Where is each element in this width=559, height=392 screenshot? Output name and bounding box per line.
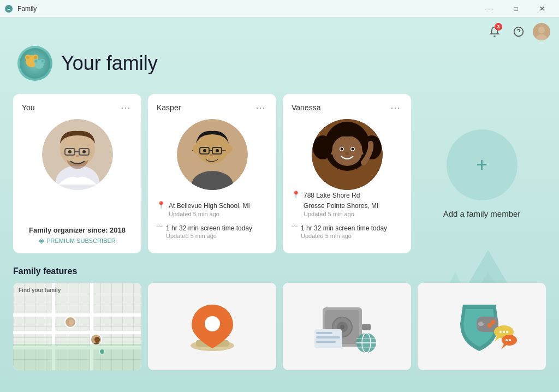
you-card: You ⋯ xyxy=(13,94,141,253)
maximize-button[interactable]: □ xyxy=(503,0,528,17)
diamond-icon: ◈ xyxy=(39,236,44,245)
svg-point-70 xyxy=(340,325,344,329)
protection-illustration xyxy=(447,294,518,359)
kasper-screen-updated: Updated 5 min ago xyxy=(166,233,252,239)
app-icon: F xyxy=(4,4,13,13)
svg-point-98 xyxy=(509,339,511,341)
feature-card-protection[interactable] xyxy=(418,283,546,370)
vanessa-screen-value: 1 hr 32 min screen time today xyxy=(301,224,387,232)
kasper-location-text: At Bellevue High School, MI Updated 5 mi… xyxy=(169,200,250,217)
vanessa-avatar xyxy=(312,119,383,190)
feature-card-location[interactable] xyxy=(148,283,276,370)
kasper-card-menu-button[interactable]: ⋯ xyxy=(253,103,267,112)
family-logo xyxy=(17,46,52,81)
svg-point-95 xyxy=(503,331,505,333)
svg-rect-89 xyxy=(479,322,483,326)
kasper-screen-text: 1 hr 32 min screen time today Updated 5 … xyxy=(166,223,252,240)
kasper-card-name: Kasper xyxy=(157,103,181,112)
you-card-info: Family organizer since: 2018 ◈ PREMIUM S… xyxy=(22,226,133,245)
titlebar-controls: — □ ✕ xyxy=(477,0,555,17)
kasper-card: Kasper ⋯ xyxy=(148,94,276,253)
kasper-location-updated: Updated 5 min ago xyxy=(169,211,250,217)
feature-safe-display xyxy=(283,283,411,370)
svg-point-59 xyxy=(69,319,74,325)
member-cards: You ⋯ xyxy=(0,94,559,253)
kasper-card-info: 📍 At Bellevue High School, MI Updated 5 … xyxy=(157,200,267,245)
user-avatar-button[interactable] xyxy=(533,23,550,40)
help-button[interactable] xyxy=(509,22,528,41)
svg-point-57 xyxy=(313,135,332,159)
vanessa-location: 📍 788 Lake Shore Rd Grosse Pointe Shores… xyxy=(292,190,402,217)
vanessa-card-name: Vanessa xyxy=(292,103,320,112)
vanessa-screen-time: 〰 1 hr 32 min screen time today Updated … xyxy=(292,223,402,240)
svg-point-65 xyxy=(205,316,220,331)
app-container: 3 xyxy=(0,17,559,392)
vanessa-screen-updated: Updated 5 min ago xyxy=(301,233,387,239)
svg-point-86 xyxy=(491,320,495,324)
svg-point-53 xyxy=(351,148,354,151)
vanessa-screen-time-icon: 〰 xyxy=(292,223,298,230)
vanessa-location-updated: Updated 5 min ago xyxy=(304,211,378,217)
kasper-screen-time: 〰 1 hr 32 min screen time today Updated … xyxy=(157,223,267,240)
app-title: Family xyxy=(17,5,37,13)
user-avatar-icon xyxy=(533,23,550,40)
svg-point-11 xyxy=(538,27,545,33)
add-member-label: Add a family member xyxy=(443,209,521,218)
location-feature-illustration xyxy=(180,294,245,359)
safe-browsing-illustration xyxy=(312,296,383,357)
svg-point-23 xyxy=(41,60,44,63)
feature-card-map[interactable]: Find your family xyxy=(13,283,141,370)
svg-point-94 xyxy=(499,331,502,333)
feature-card-safe-browsing[interactable] xyxy=(283,283,411,370)
svg-point-22 xyxy=(35,60,38,63)
kasper-location: 📍 At Bellevue High School, MI Updated 5 … xyxy=(157,200,267,217)
you-card-header: You ⋯ xyxy=(22,103,133,112)
add-member-circle-button[interactable]: + xyxy=(447,129,518,200)
svg-point-30 xyxy=(68,150,72,153)
svg-text:F: F xyxy=(7,7,10,12)
vanessa-card-header: Vanessa ⋯ xyxy=(292,103,402,112)
vanessa-screen-text: 1 hr 32 min screen time today Updated 5 … xyxy=(301,223,387,240)
vanessa-location-text: 788 Lake Shore Rd Grosse Pointe Shores, … xyxy=(304,190,378,217)
svg-point-45 xyxy=(225,145,232,153)
vanessa-card: Vanessa ⋯ xyxy=(283,94,411,253)
svg-rect-78 xyxy=(316,336,340,338)
location-pin-icon: 📍 xyxy=(157,201,165,209)
you-card-name: You xyxy=(22,103,35,112)
notification-badge: 3 xyxy=(495,23,502,31)
you-card-menu-button[interactable]: ⋯ xyxy=(118,103,133,112)
close-button[interactable]: ✕ xyxy=(530,0,555,17)
feature-map-display: Find your family xyxy=(13,283,141,370)
svg-point-44 xyxy=(193,145,199,153)
svg-rect-75 xyxy=(362,324,371,330)
kasper-avatar xyxy=(177,119,248,190)
add-member-card[interactable]: + Add a family member xyxy=(418,94,546,253)
feature-protection-display xyxy=(418,283,546,370)
topbar-actions: 3 xyxy=(485,22,550,41)
map-green-area xyxy=(13,344,141,370)
page-header: Your family xyxy=(0,46,559,94)
you-avatar-image xyxy=(42,119,113,190)
titlebar-left: F Family xyxy=(4,4,37,13)
page-title: Your family xyxy=(61,52,158,75)
svg-point-17 xyxy=(26,56,29,59)
minimize-button[interactable]: — xyxy=(477,0,502,17)
premium-label: PREMIUM SUBSCRIBER xyxy=(46,237,116,244)
features-grid: Find your family xyxy=(13,283,546,370)
svg-point-54 xyxy=(345,152,349,155)
vanessa-location-pin-icon: 📍 xyxy=(292,191,300,199)
vanessa-card-info: 📍 788 Lake Shore Rd Grosse Pointe Shores… xyxy=(292,190,402,245)
bears-icon xyxy=(20,48,50,79)
svg-point-43 xyxy=(210,154,213,156)
vanessa-avatar-image xyxy=(312,119,383,190)
organizer-text: Family organizer since: 2018 xyxy=(22,226,133,234)
svg-point-87 xyxy=(487,323,492,328)
svg-point-97 xyxy=(506,339,508,341)
titlebar: F Family — □ ✕ xyxy=(0,0,559,17)
vanessa-card-menu-button[interactable]: ⋯ xyxy=(388,103,402,112)
question-icon xyxy=(513,26,524,37)
notifications-button[interactable]: 3 xyxy=(485,22,504,41)
svg-point-49 xyxy=(332,135,362,166)
add-plus-icon: + xyxy=(476,153,487,176)
premium-badge: ◈ PREMIUM SUBSCRIBER xyxy=(22,236,133,245)
